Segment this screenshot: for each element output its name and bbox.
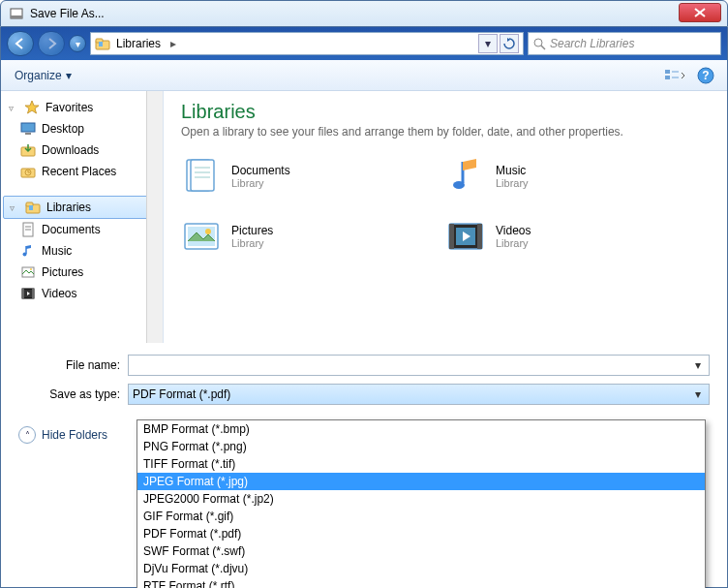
saveastype-select[interactable]: PDF Format (*.pdf) ▾	[128, 384, 710, 405]
refresh-icon	[503, 38, 515, 49]
search-input[interactable]: Search Libraries	[528, 32, 721, 55]
filename-input[interactable]: ▾	[128, 355, 710, 376]
dropdown-option[interactable]: TIFF Format (*.tif)	[137, 455, 705, 473]
window-title: Save File As...	[30, 7, 105, 20]
sidebar-favorites[interactable]: ▿ Favorites	[1, 97, 163, 118]
back-button[interactable]	[7, 31, 34, 56]
page-subtitle: Open a library to see your files and arr…	[181, 125, 710, 139]
music-icon	[20, 243, 36, 259]
collapse-icon[interactable]: ▿	[10, 202, 19, 213]
svg-line-8	[541, 46, 545, 49]
pictures-icon	[181, 216, 222, 257]
dropdown-option[interactable]: PNG Format (*.png)	[137, 438, 705, 455]
svg-rect-33	[191, 160, 214, 191]
dropdown-option[interactable]: SWF Format (*.swf)	[137, 542, 705, 560]
collapse-icon[interactable]: ▿	[9, 103, 18, 113]
sidebar-item-label: Music	[42, 244, 72, 258]
svg-rect-15	[21, 123, 35, 132]
library-item-pictures[interactable]: PicturesLibrary	[181, 216, 445, 257]
filename-label: File name:	[18, 358, 120, 372]
hide-folders-label: Hide Folders	[42, 428, 107, 442]
library-item-documents[interactable]: DocumentsLibrary	[181, 156, 445, 197]
sidebar-item-music[interactable]: Music	[1, 240, 163, 262]
form-area: File name: ▾ Save as type: PDF Format (*…	[1, 343, 727, 417]
library-sub: Library	[231, 177, 290, 189]
svg-rect-30	[22, 289, 24, 298]
view-button[interactable]	[661, 65, 688, 86]
help-icon: ?	[697, 67, 714, 84]
sidebar-libraries[interactable]: ▿ Libraries	[3, 196, 161, 219]
svg-point-40	[205, 229, 211, 234]
videos-icon	[445, 216, 486, 257]
chevron-right-icon[interactable]: ▸	[167, 37, 180, 50]
svg-rect-16	[25, 133, 31, 135]
svg-rect-31	[32, 289, 34, 298]
recent-places-icon	[20, 164, 36, 179]
svg-rect-9	[665, 70, 670, 74]
sidebar-item-label: Recent Places	[42, 165, 116, 178]
help-button[interactable]: ?	[692, 65, 719, 86]
nav-bar: ▾ Libraries ▸ ▾ Search Libraries	[1, 27, 727, 60]
music-icon	[445, 156, 486, 197]
svg-text:?: ?	[702, 69, 709, 82]
saveastype-label: Save as type:	[18, 387, 120, 401]
libraries-label: Libraries	[46, 201, 91, 214]
address-dropdown-button[interactable]: ▾	[478, 34, 498, 53]
libraries-icon	[25, 200, 41, 215]
sidebar-item-desktop[interactable]: Desktop	[1, 118, 163, 139]
saveastype-dropdown[interactable]: BMP Format (*.bmp)PNG Format (*.png)TIFF…	[136, 419, 706, 588]
library-sub: Library	[231, 237, 273, 249]
organize-button[interactable]: Organize ▾	[9, 65, 77, 86]
forward-button[interactable]	[38, 31, 65, 56]
sidebar-item-label: Downloads	[42, 143, 99, 157]
sidebar-item-label: Pictures	[42, 265, 83, 279]
downloads-icon	[20, 142, 36, 158]
sidebar-item-downloads[interactable]: Downloads	[1, 139, 163, 161]
library-sub: Library	[496, 237, 531, 249]
favorites-label: Favorites	[46, 101, 93, 114]
chevron-down-icon[interactable]: ▾	[691, 358, 705, 372]
svg-rect-22	[29, 205, 33, 210]
library-sub: Library	[496, 177, 529, 189]
dropdown-option[interactable]: JPEG Format (*.jpg)	[137, 473, 705, 490]
chevron-up-icon: ˄	[18, 426, 36, 444]
dropdown-option[interactable]: PDF Format (*.pdf)	[137, 525, 705, 542]
videos-icon	[20, 286, 36, 301]
library-item-videos[interactable]: VideosLibrary	[445, 216, 710, 257]
sidebar-scrollbar[interactable]	[146, 91, 163, 343]
sidebar-item-documents[interactable]: Documents	[1, 219, 163, 240]
dropdown-option[interactable]: GIF Format (*.gif)	[137, 508, 705, 525]
library-name: Music	[496, 164, 529, 177]
page-title: Libraries	[181, 101, 710, 123]
chevron-down-icon[interactable]: ▾	[691, 387, 705, 401]
arrow-right-icon	[45, 37, 58, 50]
sidebar-item-recent[interactable]: Recent Places	[1, 161, 163, 182]
breadcrumb-libraries[interactable]: Libraries	[114, 35, 163, 52]
titlebar[interactable]: Save File As...	[0, 0, 728, 27]
documents-icon	[20, 222, 36, 237]
library-item-music[interactable]: MusicLibrary	[445, 156, 710, 197]
app-icon	[9, 6, 24, 21]
refresh-button[interactable]	[500, 34, 519, 53]
svg-rect-1	[11, 15, 22, 18]
close-button[interactable]	[679, 3, 721, 22]
dropdown-option[interactable]: BMP Format (*.bmp)	[137, 420, 705, 438]
dropdown-option[interactable]: DjVu Format (*.djvu)	[137, 560, 705, 577]
view-icon	[665, 69, 684, 82]
library-name: Videos	[496, 224, 531, 237]
search-placeholder: Search Libraries	[550, 37, 634, 50]
organize-label: Organize	[15, 69, 62, 82]
pictures-icon	[20, 264, 36, 280]
dropdown-option[interactable]: JPEG2000 Format (*.jp2)	[137, 490, 705, 508]
search-icon	[532, 37, 546, 50]
address-bar[interactable]: Libraries ▸ ▾	[90, 32, 524, 55]
library-name: Documents	[231, 164, 290, 177]
sidebar-item-videos[interactable]: Videos	[1, 283, 163, 304]
chevron-down-icon: ▾	[66, 69, 72, 82]
recent-locations-button[interactable]: ▾	[69, 35, 86, 52]
svg-point-37	[453, 181, 465, 189]
sidebar-item-pictures[interactable]: Pictures	[1, 262, 163, 283]
sidebar-item-label: Desktop	[42, 122, 84, 136]
dropdown-option[interactable]: RTF Format (*.rtf)	[137, 577, 705, 588]
svg-rect-42	[449, 224, 454, 249]
